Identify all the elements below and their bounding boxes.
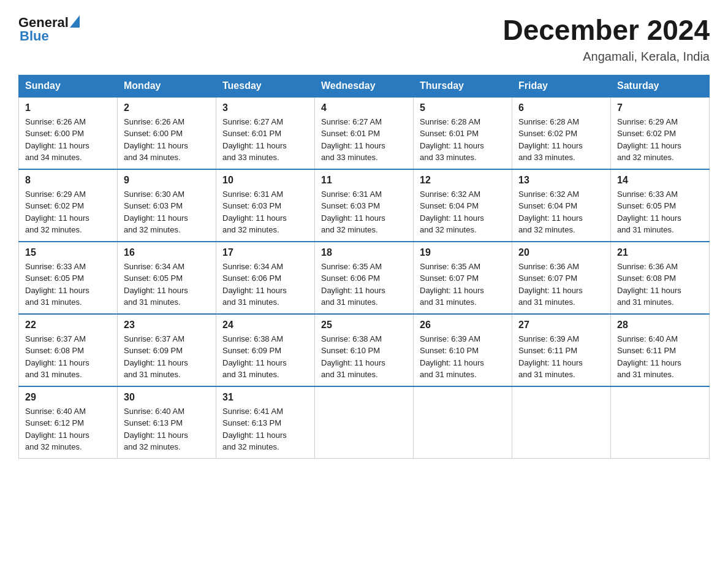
calendar-cell: 14Sunrise: 6:33 AMSunset: 6:05 PMDayligh… (611, 169, 710, 242)
day-number: 4 (321, 102, 407, 113)
calendar-cell: 17Sunrise: 6:34 AMSunset: 6:06 PMDayligh… (216, 242, 315, 314)
calendar-cell: 27Sunrise: 6:39 AMSunset: 6:11 PMDayligh… (512, 314, 611, 386)
day-info: Sunrise: 6:36 AMSunset: 6:08 PMDaylight:… (617, 261, 703, 308)
calendar-cell: 9Sunrise: 6:30 AMSunset: 6:03 PMDaylight… (118, 169, 216, 242)
week-row-5: 29Sunrise: 6:40 AMSunset: 6:12 PMDayligh… (19, 386, 710, 459)
calendar-cell: 31Sunrise: 6:41 AMSunset: 6:13 PMDayligh… (216, 386, 315, 459)
day-number: 21 (617, 247, 703, 258)
calendar-cell: 16Sunrise: 6:34 AMSunset: 6:05 PMDayligh… (118, 242, 216, 314)
day-number: 24 (222, 320, 308, 331)
header-row: SundayMondayTuesdayWednesdayThursdayFrid… (19, 75, 710, 97)
day-number: 1 (25, 102, 111, 113)
day-info: Sunrise: 6:31 AMSunset: 6:03 PMDaylight:… (321, 188, 407, 236)
day-info: Sunrise: 6:35 AMSunset: 6:07 PMDaylight:… (420, 261, 506, 308)
title-area: December 2024 Angamali, Kerala, India (502, 15, 710, 64)
logo: General Blue (18, 15, 80, 44)
day-info: Sunrise: 6:29 AMSunset: 6:02 PMDaylight:… (25, 188, 111, 236)
day-info: Sunrise: 6:38 AMSunset: 6:09 PMDaylight:… (222, 333, 308, 381)
calendar-cell: 3Sunrise: 6:27 AMSunset: 6:01 PMDaylight… (216, 97, 315, 169)
day-number: 14 (617, 175, 703, 186)
calendar-cell: 1Sunrise: 6:26 AMSunset: 6:00 PMDaylight… (19, 97, 118, 169)
day-number: 7 (617, 102, 703, 113)
calendar-cell: 15Sunrise: 6:33 AMSunset: 6:05 PMDayligh… (19, 242, 118, 314)
day-info: Sunrise: 6:28 AMSunset: 6:02 PMDaylight:… (518, 116, 604, 164)
day-info: Sunrise: 6:33 AMSunset: 6:05 PMDaylight:… (617, 188, 703, 236)
day-info: Sunrise: 6:36 AMSunset: 6:07 PMDaylight:… (518, 261, 604, 308)
calendar-cell: 6Sunrise: 6:28 AMSunset: 6:02 PMDaylight… (512, 97, 611, 169)
day-info: Sunrise: 6:27 AMSunset: 6:01 PMDaylight:… (321, 116, 407, 164)
week-row-4: 22Sunrise: 6:37 AMSunset: 6:08 PMDayligh… (19, 314, 710, 386)
day-number: 5 (420, 102, 506, 113)
calendar-cell: 11Sunrise: 6:31 AMSunset: 6:03 PMDayligh… (315, 169, 414, 242)
day-info: Sunrise: 6:38 AMSunset: 6:10 PMDaylight:… (321, 333, 407, 381)
calendar-cell: 25Sunrise: 6:38 AMSunset: 6:10 PMDayligh… (315, 314, 414, 386)
day-info: Sunrise: 6:40 AMSunset: 6:11 PMDaylight:… (617, 333, 703, 381)
header-thursday: Thursday (414, 75, 512, 97)
day-number: 22 (25, 320, 111, 331)
week-row-3: 15Sunrise: 6:33 AMSunset: 6:05 PMDayligh… (19, 242, 710, 314)
day-number: 16 (124, 247, 210, 258)
day-info: Sunrise: 6:26 AMSunset: 6:00 PMDaylight:… (124, 116, 210, 164)
calendar-cell (315, 386, 414, 459)
day-number: 20 (518, 247, 604, 258)
calendar-cell: 30Sunrise: 6:40 AMSunset: 6:13 PMDayligh… (118, 386, 216, 459)
day-info: Sunrise: 6:37 AMSunset: 6:09 PMDaylight:… (124, 333, 210, 381)
day-info: Sunrise: 6:32 AMSunset: 6:04 PMDaylight:… (518, 188, 604, 236)
day-info: Sunrise: 6:28 AMSunset: 6:01 PMDaylight:… (420, 116, 506, 164)
calendar-cell: 7Sunrise: 6:29 AMSunset: 6:02 PMDaylight… (611, 97, 710, 169)
day-number: 11 (321, 175, 407, 186)
calendar-cell: 23Sunrise: 6:37 AMSunset: 6:09 PMDayligh… (118, 314, 216, 386)
page-header: General Blue December 2024 Angamali, Ker… (18, 15, 710, 64)
day-number: 17 (222, 247, 308, 258)
day-info: Sunrise: 6:41 AMSunset: 6:13 PMDaylight:… (222, 405, 308, 453)
logo-triangle-icon (70, 15, 80, 30)
calendar-table: SundayMondayTuesdayWednesdayThursdayFrid… (18, 75, 710, 459)
header-tuesday: Tuesday (216, 75, 315, 97)
calendar-cell: 5Sunrise: 6:28 AMSunset: 6:01 PMDaylight… (414, 97, 512, 169)
calendar-cell (512, 386, 611, 459)
day-number: 23 (124, 320, 210, 331)
day-number: 28 (617, 320, 703, 331)
calendar-cell: 28Sunrise: 6:40 AMSunset: 6:11 PMDayligh… (611, 314, 710, 386)
calendar-cell: 8Sunrise: 6:29 AMSunset: 6:02 PMDaylight… (19, 169, 118, 242)
calendar-cell: 4Sunrise: 6:27 AMSunset: 6:01 PMDaylight… (315, 97, 414, 169)
day-number: 30 (124, 392, 210, 403)
day-info: Sunrise: 6:39 AMSunset: 6:10 PMDaylight:… (420, 333, 506, 381)
logo-blue-text: Blue (20, 28, 49, 44)
calendar-cell (611, 386, 710, 459)
day-number: 29 (25, 392, 111, 403)
day-number: 18 (321, 247, 407, 258)
calendar-cell: 10Sunrise: 6:31 AMSunset: 6:03 PMDayligh… (216, 169, 315, 242)
calendar-cell: 18Sunrise: 6:35 AMSunset: 6:06 PMDayligh… (315, 242, 414, 314)
day-info: Sunrise: 6:31 AMSunset: 6:03 PMDaylight:… (222, 188, 308, 236)
calendar-cell: 29Sunrise: 6:40 AMSunset: 6:12 PMDayligh… (19, 386, 118, 459)
week-row-2: 8Sunrise: 6:29 AMSunset: 6:02 PMDaylight… (19, 169, 710, 242)
header-sunday: Sunday (19, 75, 118, 97)
calendar-cell: 20Sunrise: 6:36 AMSunset: 6:07 PMDayligh… (512, 242, 611, 314)
day-number: 9 (124, 175, 210, 186)
header-friday: Friday (512, 75, 611, 97)
day-info: Sunrise: 6:29 AMSunset: 6:02 PMDaylight:… (617, 116, 703, 164)
day-number: 6 (518, 102, 604, 113)
day-info: Sunrise: 6:39 AMSunset: 6:11 PMDaylight:… (518, 333, 604, 381)
calendar-cell: 22Sunrise: 6:37 AMSunset: 6:08 PMDayligh… (19, 314, 118, 386)
day-info: Sunrise: 6:40 AMSunset: 6:12 PMDaylight:… (25, 405, 111, 453)
day-number: 26 (420, 320, 506, 331)
day-info: Sunrise: 6:34 AMSunset: 6:05 PMDaylight:… (124, 261, 210, 308)
day-number: 27 (518, 320, 604, 331)
day-number: 31 (222, 392, 308, 403)
calendar-cell: 2Sunrise: 6:26 AMSunset: 6:00 PMDaylight… (118, 97, 216, 169)
day-info: Sunrise: 6:27 AMSunset: 6:01 PMDaylight:… (222, 116, 308, 164)
day-number: 13 (518, 175, 604, 186)
day-number: 3 (222, 102, 308, 113)
day-number: 2 (124, 102, 210, 113)
day-info: Sunrise: 6:32 AMSunset: 6:04 PMDaylight:… (420, 188, 506, 236)
calendar-cell: 24Sunrise: 6:38 AMSunset: 6:09 PMDayligh… (216, 314, 315, 386)
day-info: Sunrise: 6:34 AMSunset: 6:06 PMDaylight:… (222, 261, 308, 308)
day-number: 19 (420, 247, 506, 258)
day-info: Sunrise: 6:30 AMSunset: 6:03 PMDaylight:… (124, 188, 210, 236)
week-row-1: 1Sunrise: 6:26 AMSunset: 6:00 PMDaylight… (19, 97, 710, 169)
calendar-cell: 26Sunrise: 6:39 AMSunset: 6:10 PMDayligh… (414, 314, 512, 386)
day-info: Sunrise: 6:40 AMSunset: 6:13 PMDaylight:… (124, 405, 210, 453)
header-saturday: Saturday (611, 75, 710, 97)
